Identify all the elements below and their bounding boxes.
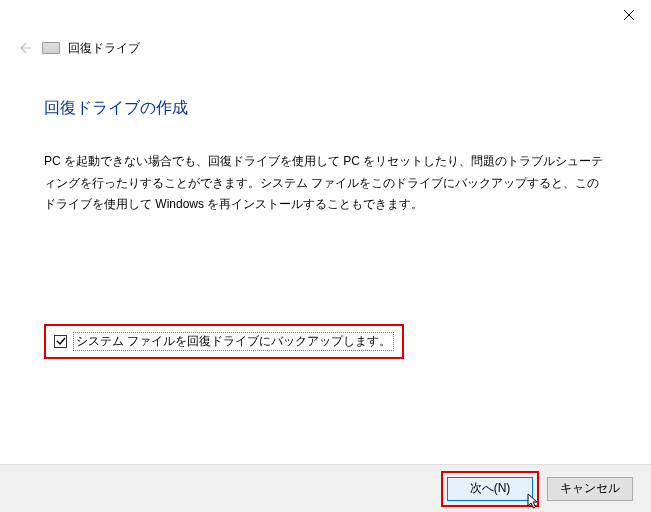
footer: 次へ(N) キャンセル: [0, 464, 651, 512]
close-button[interactable]: [606, 0, 651, 30]
checkbox-highlight: システム ファイルを回復ドライブにバックアップします。: [44, 324, 404, 359]
backup-checkbox[interactable]: [54, 335, 67, 348]
backup-checkbox-label: システム ファイルを回復ドライブにバックアップします。: [73, 332, 394, 351]
window-label: 回復ドライブ: [68, 40, 140, 57]
page-title: 回復ドライブの作成: [44, 98, 607, 119]
checkmark-icon: [56, 336, 66, 346]
content-area: 回復ドライブの作成 PC を起動できない場合でも、回復ドライブを使用して PC …: [0, 58, 651, 359]
titlebar: [0, 0, 651, 30]
next-button-highlight: 次へ(N): [441, 471, 539, 507]
header-row: 回復ドライブ: [0, 30, 651, 58]
close-icon: [624, 10, 634, 20]
description-text: PC を起動できない場合でも、回復ドライブを使用して PC をリセットしたり、問…: [44, 151, 607, 216]
drive-icon: [42, 42, 60, 54]
back-button[interactable]: [14, 38, 34, 58]
backup-checkbox-row[interactable]: システム ファイルを回復ドライブにバックアップします。: [54, 332, 394, 351]
cancel-button[interactable]: キャンセル: [547, 477, 633, 501]
next-button[interactable]: 次へ(N): [447, 477, 533, 501]
back-arrow-icon: [16, 40, 32, 56]
